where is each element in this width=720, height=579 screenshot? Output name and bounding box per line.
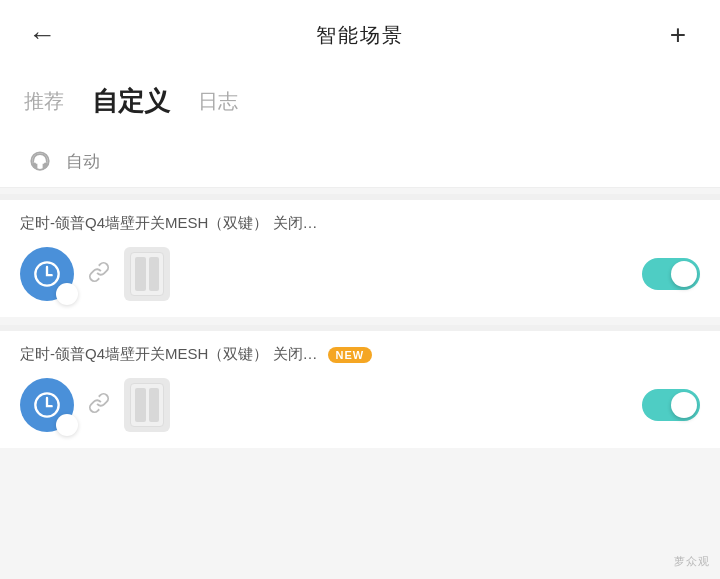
toggle-knob-2 [671,392,697,418]
tab-log[interactable]: 日志 [198,86,238,117]
new-badge: NEW [328,347,373,363]
header: ← 智能场景 + [0,0,720,70]
svg-rect-6 [59,418,76,421]
scene-body-1 [20,247,700,301]
svg-rect-3 [59,293,76,296]
clock-icon-1[interactable] [20,247,74,301]
add-button[interactable]: + [660,17,696,53]
watermark: 萝众观 [674,554,710,569]
toggle-1[interactable] [642,258,700,290]
svg-rect-2 [59,287,76,290]
tab-bar: 推荐 自定义 日志 [0,70,720,135]
scene-body-2 [20,378,700,432]
toggle-knob-1 [671,261,697,287]
link-icon-1 [88,261,110,288]
back-button[interactable]: ← [24,17,60,53]
switch-plate-icon-2 [124,378,170,432]
link-icon-2 [88,392,110,419]
tab-recommend[interactable]: 推荐 [24,86,64,117]
clock-icon-2[interactable] [20,378,74,432]
svg-rect-7 [59,424,76,427]
scene-title-1: 定时-颌普Q4墙壁开关MESH（双键） 关闭… [20,214,700,233]
list-badge-1 [56,283,78,305]
tab-custom[interactable]: 自定义 [92,82,170,121]
switch-plate-icon-1 [124,247,170,301]
svg-rect-4 [59,298,76,301]
scene-card-2: 定时-颌普Q4墙壁开关MESH（双键） 关闭… NEW [0,331,720,448]
auto-section: 自动 [0,135,720,188]
scene-icons-1 [20,247,170,301]
scene-title-2: 定时-颌普Q4墙壁开关MESH（双键） 关闭… NEW [20,345,700,364]
auto-label: 自动 [66,150,100,173]
scene-icons-2 [20,378,170,432]
auto-icon [24,145,56,177]
toggle-2[interactable] [642,389,700,421]
scene-card-1: 定时-颌普Q4墙壁开关MESH（双键） 关闭… [0,200,720,317]
list-badge-2 [56,414,78,436]
page-title: 智能场景 [316,22,404,49]
svg-rect-8 [59,429,76,432]
